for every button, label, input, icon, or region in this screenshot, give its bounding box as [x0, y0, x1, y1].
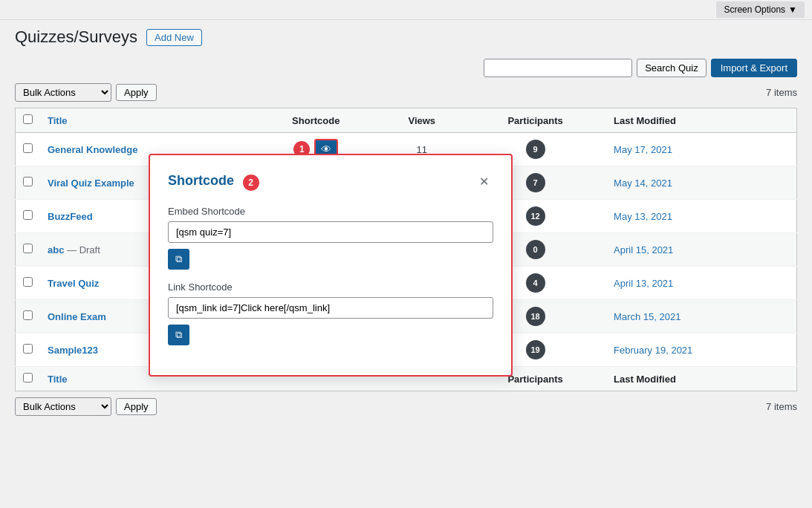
- copy-icon: ⧉: [175, 253, 182, 265]
- table-header-row: Title Shortcode Views Participants Last …: [16, 108, 797, 133]
- participants-badge-1: 9: [526, 140, 545, 159]
- modified-cell-2: May 14, 2021: [606, 166, 796, 200]
- add-new-button[interactable]: Add New: [146, 29, 202, 46]
- search-input[interactable]: [484, 59, 632, 77]
- modified-link-1[interactable]: May 17, 2021: [614, 144, 672, 155]
- header-views-col: Views: [380, 108, 465, 133]
- items-count-bottom: 7 items: [766, 401, 797, 412]
- row-checkbox-1[interactable]: [23, 143, 33, 153]
- select-all-checkbox[interactable]: [23, 114, 33, 124]
- link-shortcode-row: [168, 297, 493, 319]
- embed-copy-button[interactable]: ⧉: [168, 249, 189, 270]
- modal-close-button[interactable]: ✕: [475, 173, 493, 190]
- import-export-button[interactable]: Import & Export: [711, 59, 797, 77]
- quiz-title-link-2[interactable]: Viral Quiz Example: [48, 178, 134, 189]
- link-shortcode-field: Link Shortcode ⧉: [168, 281, 493, 345]
- link-shortcode-input[interactable]: [168, 297, 493, 319]
- page-header: Quizzes/Surveys Add New: [15, 27, 797, 47]
- row-checkbox-7[interactable]: [23, 344, 33, 354]
- footer-modified-col: Last Modified: [606, 367, 796, 391]
- row-checkbox-4[interactable]: [23, 244, 33, 253]
- screen-options-arrow: ▼: [788, 4, 797, 15]
- bulk-actions-bottom-select[interactable]: Bulk Actions: [15, 397, 111, 416]
- modified-cell-5: April 13, 2021: [606, 267, 796, 300]
- quiz-title-link-7[interactable]: Sample123: [48, 345, 98, 356]
- bulk-actions-top-select[interactable]: Bulk Actions: [15, 83, 111, 102]
- shortcode-modal: Shortcode 2 ✕ Embed Shortcode ⧉ Link Sho…: [149, 154, 513, 377]
- page-title: Quizzes/Surveys: [15, 27, 137, 47]
- modified-link-5[interactable]: April 13, 2021: [614, 278, 673, 289]
- header-modified-col: Last Modified: [606, 108, 796, 133]
- screen-options-bar: Screen Options ▼: [0, 0, 812, 20]
- modified-link-7[interactable]: February 19, 2021: [614, 345, 692, 356]
- participants-badge-5: 4: [526, 273, 545, 293]
- participants-badge-2: 7: [526, 173, 545, 192]
- modified-link-3[interactable]: May 13, 2021: [614, 211, 672, 222]
- bulk-actions-bottom-apply-button[interactable]: Apply: [116, 398, 157, 415]
- modified-cell-7: February 19, 2021: [606, 333, 796, 367]
- modified-cell-4: April 15, 2021: [606, 233, 796, 267]
- quiz-title-link-6[interactable]: Online Exam: [48, 311, 106, 322]
- modal-title-area: Shortcode 2: [168, 173, 259, 191]
- quiz-title-link-3[interactable]: BuzzFeed: [48, 211, 93, 222]
- participants-badge-4: 0: [526, 240, 545, 259]
- modified-cell-6: March 15, 2021: [606, 300, 796, 333]
- modal-header: Shortcode 2 ✕: [168, 173, 493, 191]
- bulk-actions-bottom-bar: Bulk Actions Apply 7 items: [15, 397, 797, 416]
- participants-badge-7: 19: [526, 340, 545, 359]
- header-title-col[interactable]: Title: [40, 108, 253, 133]
- modified-link-2[interactable]: May 14, 2021: [614, 178, 672, 189]
- row-checkbox-5[interactable]: [23, 277, 33, 287]
- participants-badge-3: 12: [526, 206, 545, 226]
- page-wrapper: Quizzes/Surveys Add New Search Quiz Impo…: [0, 20, 812, 508]
- header-participants-col: Participants: [464, 108, 606, 133]
- search-area: Search Quiz Import & Export: [484, 59, 797, 77]
- embed-shortcode-label: Embed Shortcode: [168, 206, 493, 217]
- row-checkbox-6[interactable]: [23, 310, 33, 320]
- screen-options-label: Screen Options: [724, 4, 785, 15]
- quiz-title-link-4[interactable]: abc: [48, 244, 64, 255]
- copy-icon-2: ⧉: [175, 329, 182, 341]
- header-checkbox-col: [16, 108, 41, 133]
- embed-shortcode-field: Embed Shortcode ⧉: [168, 206, 493, 270]
- items-count-top: 7 items: [766, 87, 797, 98]
- step2-indicator: 2: [243, 175, 259, 191]
- row-checkbox-3[interactable]: [23, 210, 33, 220]
- screen-options-button[interactable]: Screen Options ▼: [716, 1, 805, 18]
- search-quiz-button[interactable]: Search Quiz: [637, 59, 707, 77]
- quiz-title-link-5[interactable]: Travel Quiz: [48, 278, 99, 289]
- quiz-title-link-1[interactable]: General Knowledge: [48, 144, 137, 155]
- modified-link-6[interactable]: March 15, 2021: [614, 311, 681, 322]
- link-copy-button[interactable]: ⧉: [168, 325, 189, 345]
- modified-cell-1: May 17, 2021: [606, 133, 796, 166]
- link-shortcode-label: Link Shortcode: [168, 281, 493, 293]
- embed-shortcode-input[interactable]: [168, 221, 493, 243]
- modal-title: Shortcode: [168, 173, 234, 188]
- header-shortcode-col: Shortcode: [253, 108, 380, 133]
- participants-badge-6: 18: [526, 307, 545, 326]
- footer-checkbox-col: [16, 367, 41, 391]
- modified-cell-3: May 13, 2021: [606, 200, 796, 233]
- top-actions: Search Quiz Import & Export: [15, 59, 797, 77]
- embed-shortcode-row: [168, 221, 493, 243]
- modified-link-4[interactable]: April 15, 2021: [614, 244, 673, 255]
- footer-select-all-checkbox[interactable]: [23, 373, 33, 382]
- row-checkbox-2[interactable]: [23, 177, 33, 186]
- draft-label-4: — Draft: [67, 244, 100, 255]
- bulk-actions-top-bar: Bulk Actions Apply 7 items: [15, 83, 797, 102]
- bulk-actions-top-apply-button[interactable]: Apply: [116, 84, 157, 101]
